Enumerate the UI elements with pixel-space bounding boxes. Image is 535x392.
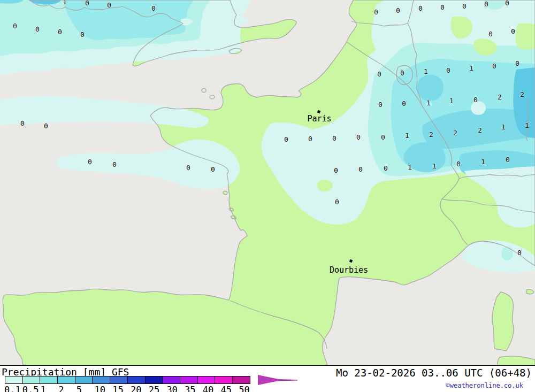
legend-tick-label: 0.5 bbox=[22, 385, 39, 392]
legend-tick-label: 5 bbox=[77, 385, 82, 392]
precip-value-label: 0 bbox=[374, 8, 378, 16]
legend-footer: Precipitation [mm] GFS Mo 23-02-2026 03.… bbox=[0, 365, 535, 392]
precip-value-label: 0 bbox=[440, 3, 445, 11]
precip-value-label: 0 bbox=[13, 22, 17, 30]
precip-value-label: 0 bbox=[446, 66, 450, 74]
precip-value-label: 1 bbox=[63, 0, 67, 6]
precip-value-label: 0 bbox=[308, 135, 312, 143]
precip-value-label: 0 bbox=[358, 165, 363, 173]
legend-tick-label: 25 bbox=[149, 385, 159, 392]
legend-cell bbox=[232, 376, 250, 384]
precip-value-label: 1 bbox=[432, 162, 437, 170]
precip-value-label: 2 bbox=[478, 126, 482, 134]
precip-value-label: 0 bbox=[400, 69, 404, 77]
legend-tick-label: 10 bbox=[95, 385, 105, 392]
precip-value-label: 0 bbox=[44, 122, 48, 130]
precip-value-label: 0 bbox=[20, 119, 25, 127]
map-svg bbox=[0, 0, 535, 365]
precip-value-label: 1 bbox=[469, 64, 473, 72]
precip-value-label: 0 bbox=[80, 30, 85, 39]
precip-value-label: 0 bbox=[151, 4, 156, 12]
precip-value-label: 0 bbox=[335, 198, 339, 206]
precip-value-label: 0 bbox=[377, 70, 381, 78]
precip-value-label: 0 bbox=[381, 133, 385, 141]
precip-value-label: 2 bbox=[453, 129, 457, 137]
precipitation-color-scale bbox=[5, 376, 250, 384]
precip-value-label: 1 bbox=[426, 99, 431, 107]
legend-tick-label: 0.1 bbox=[4, 385, 21, 392]
city-label-paris: Paris bbox=[307, 114, 331, 124]
precip-value-label: 0 bbox=[506, 156, 510, 164]
precip-value-label: 0 bbox=[515, 59, 519, 67]
precip-value-label: 1 bbox=[501, 123, 506, 131]
france-precipitation-map: 1000000000000000000101000011022012221100… bbox=[0, 0, 535, 365]
precip-value-label: 0 bbox=[334, 166, 338, 174]
legend-tick-label: 30 bbox=[166, 385, 177, 392]
precip-value-label: 2 bbox=[520, 90, 524, 98]
legend-cell bbox=[162, 376, 180, 384]
scale-overflow-arrow-icon bbox=[258, 375, 301, 385]
precip-value-label: 0 bbox=[85, 0, 89, 7]
precip-value-label: 0 bbox=[384, 164, 388, 172]
precip-value-label: 1 bbox=[405, 132, 409, 140]
precip-value-label: 0 bbox=[378, 101, 383, 109]
legend-cell bbox=[40, 376, 58, 384]
precip-value-label: 0 bbox=[488, 30, 493, 38]
legend-cell bbox=[75, 376, 93, 384]
legend-cell bbox=[110, 376, 128, 384]
precip-value-label: 1 bbox=[481, 158, 485, 166]
precip-value-label: 0 bbox=[186, 164, 190, 172]
precip-value-label: 0 bbox=[511, 27, 515, 35]
legend-cell bbox=[92, 376, 110, 384]
precip-value-label: 0 bbox=[473, 96, 478, 104]
precip-value-label: 1 bbox=[449, 97, 454, 105]
legend-cell bbox=[215, 376, 233, 384]
precip-value-label: 1 bbox=[424, 67, 428, 75]
precip-value-label: 0 bbox=[462, 2, 467, 10]
legend-cell bbox=[22, 376, 41, 384]
precip-value-label: 0 bbox=[517, 249, 522, 257]
legend-tick-label: 20 bbox=[131, 385, 141, 392]
legend-tick-label: 45 bbox=[221, 385, 232, 392]
precip-value-label: 0 bbox=[484, 0, 488, 8]
precip-value-label: 0 bbox=[211, 165, 215, 173]
precip-value-label: 0 bbox=[112, 160, 117, 168]
legend-tick-label: 1 bbox=[40, 385, 45, 392]
legend-cell bbox=[197, 376, 216, 384]
legend-tick-label: 35 bbox=[185, 385, 195, 392]
legend-cell bbox=[5, 376, 23, 384]
weatheronline-credit-link[interactable]: ©weatheronline.co.uk bbox=[446, 382, 524, 389]
legend-tick-label: 15 bbox=[112, 385, 123, 392]
legend-tick-label: 40 bbox=[203, 385, 213, 392]
precip-value-label: 0 bbox=[492, 62, 496, 70]
precip-value-label: 2 bbox=[429, 130, 433, 139]
precip-value-label: 0 bbox=[418, 4, 423, 12]
precip-value-label: 0 bbox=[107, 1, 111, 9]
precip-value-label: 1 bbox=[408, 163, 412, 171]
precip-value-label: 2 bbox=[498, 93, 502, 101]
legend-tick-label: 50 bbox=[239, 385, 249, 392]
legend-cell bbox=[145, 376, 163, 384]
legend-cell bbox=[127, 376, 146, 384]
legend-cell bbox=[180, 376, 198, 384]
legend-cell bbox=[57, 376, 75, 384]
precip-value-label: 0 bbox=[58, 28, 62, 36]
precip-value-label: 0 bbox=[396, 6, 400, 14]
legend-tick-label: 2 bbox=[58, 385, 64, 392]
precip-value-label: 0 bbox=[402, 99, 406, 107]
precip-value-label: 0 bbox=[284, 135, 288, 143]
precip-value-label: 1 bbox=[525, 121, 529, 129]
city-label-dourbies: Dourbies bbox=[330, 265, 368, 275]
forecast-datetime: Mo 23-02-2026 03..06 UTC (06+48) bbox=[336, 367, 532, 379]
precip-value-label: 0 bbox=[356, 133, 361, 141]
precip-value-label: 0 bbox=[88, 158, 92, 166]
weather-map-screen: 1000000000000000000101000011022012221100… bbox=[0, 0, 535, 392]
precip-value-label: 0 bbox=[505, 0, 509, 7]
precip-value-label: 0 bbox=[35, 25, 40, 33]
precip-value-label: 0 bbox=[332, 134, 337, 142]
legend-tick-labels: 0.10.5125101520253035404550 bbox=[0, 385, 278, 392]
precip-value-label: 0 bbox=[456, 160, 461, 168]
